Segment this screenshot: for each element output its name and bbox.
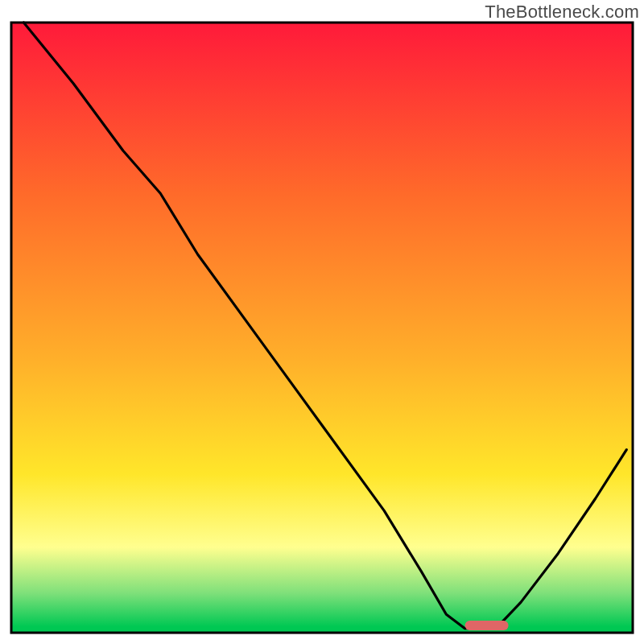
optimum-marker — [465, 621, 509, 630]
chart-stage: TheBottleneck.com — [0, 0, 644, 644]
bottleneck-chart — [0, 0, 644, 644]
plot-background — [11, 23, 633, 633]
